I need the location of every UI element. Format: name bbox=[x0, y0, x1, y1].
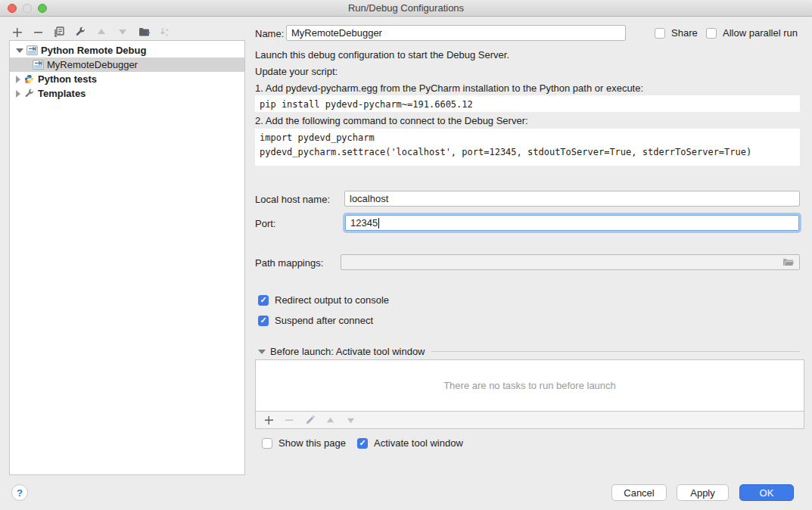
activate-tool-window-checkbox[interactable]: ✓ bbox=[357, 438, 368, 449]
remove-task-icon bbox=[283, 414, 295, 426]
share-checkbox[interactable] bbox=[655, 28, 665, 39]
tree-item-label: Python Remote Debug bbox=[41, 45, 146, 56]
svg-text:z: z bbox=[166, 33, 168, 37]
title-bar: Run/Debug Configurations bbox=[0, 0, 812, 17]
port-label: Port: bbox=[255, 218, 275, 229]
redirect-output-row: ✓ Redirect output to console bbox=[258, 294, 389, 306]
local-host-name-value: localhost bbox=[350, 193, 388, 204]
remove-configuration-icon[interactable] bbox=[32, 26, 44, 38]
update-script-text: Update your script: bbox=[255, 66, 338, 77]
settrace-code-line2: pydevd_pycharm.settrace('localhost', por… bbox=[260, 147, 751, 157]
share-label: Share bbox=[671, 27, 698, 39]
tree-item-python-remote-debug[interactable]: Python Remote Debug bbox=[10, 43, 244, 58]
tree-item-templates[interactable]: Templates bbox=[10, 86, 244, 101]
help-question-icon: ? bbox=[17, 487, 23, 499]
copy-configuration-icon[interactable] bbox=[53, 26, 65, 38]
cancel-button-label: Cancel bbox=[624, 487, 654, 499]
apply-button[interactable]: Apply bbox=[677, 484, 729, 501]
remote-debug-icon bbox=[33, 60, 44, 70]
suspend-after-connect-checkbox[interactable]: ✓ bbox=[258, 316, 269, 326]
tree-item-label: Templates bbox=[38, 88, 86, 99]
step1-text: 1. Add pydevd-pycharm.egg from the PyCha… bbox=[255, 82, 643, 94]
collapsed-arrow-icon[interactable] bbox=[16, 76, 20, 83]
add-configuration-icon[interactable] bbox=[11, 26, 23, 38]
show-this-page-checkbox[interactable] bbox=[262, 438, 272, 449]
tree-item-myremotedebugger[interactable]: MyRemoteDebugger bbox=[10, 58, 244, 72]
share-checkbox-row: Share bbox=[655, 27, 698, 39]
tasks-empty-text: There are no tasks to run before launch bbox=[443, 380, 616, 391]
section-collapse-arrow-icon[interactable] bbox=[258, 350, 266, 354]
remote-debug-icon bbox=[26, 45, 38, 55]
local-host-name-label: Local host name: bbox=[255, 194, 330, 205]
sort-alphabetically-icon: az bbox=[159, 26, 171, 38]
move-down-icon bbox=[117, 26, 129, 38]
collapsed-arrow-icon[interactable] bbox=[16, 90, 20, 98]
move-task-up-icon bbox=[324, 414, 336, 426]
allow-parallel-run-checkbox[interactable] bbox=[706, 28, 717, 39]
pip-install-code[interactable]: pip install pydevd-pycharm~=191.6605.12 bbox=[255, 95, 800, 112]
settrace-code[interactable]: import pydevd_pycharm pydevd_pycharm.set… bbox=[255, 129, 800, 166]
add-task-icon[interactable] bbox=[263, 414, 275, 426]
port-input[interactable]: 12345 bbox=[345, 215, 799, 231]
traffic-lights bbox=[8, 4, 47, 13]
text-caret bbox=[378, 218, 379, 229]
suspend-after-connect-label: Suspend after connect bbox=[275, 315, 373, 326]
minimize-window-button bbox=[23, 4, 32, 13]
folder-icon[interactable] bbox=[782, 258, 795, 267]
zoom-window-button[interactable] bbox=[38, 4, 47, 13]
ok-button[interactable]: OK bbox=[739, 484, 794, 501]
tree-item-label: MyRemoteDebugger bbox=[47, 59, 138, 70]
window-title: Run/Debug Configurations bbox=[348, 2, 464, 14]
redirect-output-checkbox[interactable]: ✓ bbox=[258, 295, 269, 306]
allow-parallel-run-checkbox-row: Allow parallel run bbox=[706, 27, 798, 39]
redirect-output-label: Redirect output to console bbox=[275, 294, 389, 306]
close-window-button[interactable] bbox=[8, 4, 17, 13]
suspend-after-connect-row: ✓ Suspend after connect bbox=[258, 315, 373, 326]
name-value: MyRemoteDebugger bbox=[291, 27, 382, 39]
wrench-icon bbox=[23, 89, 35, 98]
edit-templates-wrench-icon[interactable] bbox=[74, 26, 86, 38]
run-debug-configurations-dialog: { "window": { "title": "Run/Debug Config… bbox=[0, 0, 812, 510]
path-mappings-input[interactable] bbox=[341, 254, 800, 270]
step2-text: 2. Add the following command to connect … bbox=[255, 115, 528, 126]
tree-item-label: Python tests bbox=[38, 73, 97, 85]
tree-item-python-tests[interactable]: Python tests bbox=[10, 72, 244, 86]
tasks-toolbar bbox=[255, 412, 804, 429]
python-icon bbox=[23, 74, 35, 84]
show-this-page-row: Show this page bbox=[262, 437, 346, 449]
local-host-name-input[interactable]: localhost bbox=[344, 191, 800, 207]
allow-parallel-run-label: Allow parallel run bbox=[723, 27, 798, 39]
apply-button-label: Apply bbox=[690, 487, 715, 499]
expanded-arrow-icon[interactable] bbox=[16, 48, 23, 53]
before-launch-section-header[interactable]: Before launch: Activate tool window bbox=[258, 346, 800, 357]
port-value: 12345 bbox=[350, 217, 378, 229]
new-folder-icon[interactable] bbox=[138, 26, 150, 38]
before-launch-title: Before launch: Activate tool window bbox=[270, 346, 425, 357]
settrace-code-line1: import pydevd_pycharm bbox=[260, 132, 375, 143]
move-task-down-icon bbox=[344, 414, 356, 426]
help-button[interactable]: ? bbox=[11, 484, 28, 501]
section-divider bbox=[431, 351, 800, 352]
show-this-page-label: Show this page bbox=[278, 437, 346, 449]
name-input[interactable]: MyRemoteDebugger bbox=[286, 25, 626, 41]
edit-task-pencil-icon bbox=[303, 414, 316, 426]
configurations-tree: Python Remote Debug MyRemoteDebugger Pyt… bbox=[9, 40, 245, 475]
activate-tool-window-row: ✓ Activate tool window bbox=[357, 437, 463, 449]
svg-text:a: a bbox=[166, 27, 169, 32]
cancel-button[interactable]: Cancel bbox=[611, 484, 667, 501]
configurations-toolbar: az bbox=[11, 23, 171, 40]
activate-tool-window-label: Activate tool window bbox=[374, 437, 463, 449]
ok-button-label: OK bbox=[760, 487, 774, 499]
before-launch-tasks-panel[interactable]: There are no tasks to run before launch bbox=[255, 359, 804, 412]
name-label: Name: bbox=[255, 28, 284, 39]
launch-instruction-text: Launch this debug configuration to start… bbox=[255, 49, 509, 61]
path-mappings-label: Path mappings: bbox=[255, 257, 323, 269]
move-up-icon bbox=[95, 26, 107, 38]
